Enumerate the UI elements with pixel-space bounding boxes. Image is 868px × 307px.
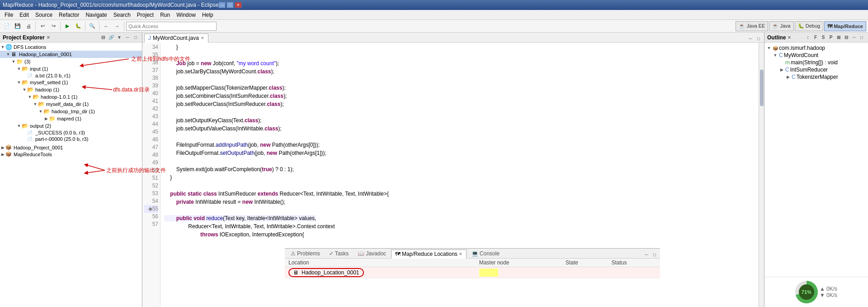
tab-mapreduce-locations[interactable]: 🗺 Map/Reduce Locations ✕ bbox=[391, 249, 467, 259]
tree-item-success[interactable]: 📄 _SUCCESS (0.0 b, r3) bbox=[0, 130, 142, 136]
maximize-button[interactable]: □ bbox=[226, 2, 234, 8]
toggle-icon: ▶ bbox=[0, 145, 5, 150]
perspective-mapreduce[interactable]: 🗺 Map/Reduce bbox=[824, 21, 866, 31]
project-icon: 📦 bbox=[5, 144, 13, 150]
line-num: 46 bbox=[144, 136, 158, 144]
line-num: 43 bbox=[144, 113, 158, 120]
close-button[interactable]: ✕ bbox=[235, 2, 242, 8]
view-menu-button[interactable]: ▼ bbox=[116, 34, 123, 41]
collapse-all-button[interactable]: ⊟ bbox=[99, 34, 107, 41]
outline-maximize-button[interactable]: □ bbox=[858, 34, 865, 41]
tab-tasks[interactable]: ✓ Tasks bbox=[325, 249, 353, 258]
outline-item-tokenizermapper[interactable]: ▶ C TokenizerMapper bbox=[765, 73, 867, 81]
tab-problems[interactable]: ⚠ Problems bbox=[287, 249, 324, 258]
menu-refactor[interactable]: Refactor bbox=[56, 11, 82, 19]
menu-window[interactable]: Window bbox=[174, 11, 198, 19]
back-button[interactable]: ← bbox=[101, 21, 111, 31]
redo-button[interactable]: ↪ bbox=[48, 21, 58, 31]
menu-file[interactable]: File bbox=[2, 11, 16, 19]
outline-item-mywordcount[interactable]: ▼ C MyWordCount bbox=[765, 52, 867, 59]
new-button[interactable]: 📄 bbox=[2, 21, 12, 31]
undo-button[interactable]: ↩ bbox=[38, 21, 47, 31]
tree-item-atxt[interactable]: 📄 a.txt (21.0 b, r1) bbox=[0, 72, 142, 79]
tree-item-output[interactable]: ▼ 📂 output (2) bbox=[0, 122, 142, 130]
separator-2 bbox=[60, 22, 61, 31]
tree-item-myself-setted[interactable]: ▼ 📂 myself_setted (1) bbox=[0, 79, 142, 86]
project-explorer-panel: Project Explorer ✕ ⊟ 🔗 ▼ ─ □ ▼ 🌐 DFS Loc… bbox=[0, 33, 142, 307]
tree-label: output (2) bbox=[30, 123, 51, 129]
folder-icon: 📂 bbox=[22, 123, 29, 129]
tree-label: hadoop (1) bbox=[35, 87, 59, 92]
hide-fields-button[interactable]: F bbox=[812, 34, 819, 41]
folder-icon: 📂 bbox=[33, 94, 40, 100]
menu-navigate[interactable]: Navigate bbox=[83, 11, 109, 19]
tree-item-part[interactable]: 📄 part-r-00000 (25.0 b, r3) bbox=[0, 136, 142, 142]
outline-label: IntSumReducer bbox=[790, 67, 828, 73]
tab-close-icon[interactable]: ✕ bbox=[459, 252, 462, 256]
tree-item-hadoop-project[interactable]: ▶ 📦 Hadoop_Project_0001 bbox=[0, 144, 142, 151]
menu-search[interactable]: Search bbox=[111, 11, 133, 19]
tree-item-hadoop[interactable]: ▼ 📂 hadoop (1) bbox=[0, 86, 142, 93]
minimize-editor-button[interactable]: ─ bbox=[747, 35, 754, 42]
expand-all-button[interactable]: ⊞ bbox=[835, 34, 842, 41]
menu-project[interactable]: Project bbox=[134, 11, 156, 19]
outline-minimize-button[interactable]: ─ bbox=[850, 34, 858, 41]
title-bar-controls: ─ □ ✕ bbox=[218, 2, 242, 8]
editor-scrollbar[interactable] bbox=[759, 43, 764, 307]
tree-item-hadoop-location[interactable]: ▼ 🖥 Hadoop_Location_0001 bbox=[0, 51, 142, 58]
debug-button[interactable]: 🐛 bbox=[73, 21, 83, 31]
main-layout: Project Explorer ✕ ⊟ 🔗 ▼ ─ □ ▼ 🌐 DFS Loc… bbox=[0, 33, 868, 307]
tree-item-input[interactable]: ▼ 📂 input (1) bbox=[0, 65, 142, 72]
outline-item-package[interactable]: ▼ 📦 com.ismurf.hadoop bbox=[765, 44, 867, 52]
project-tree: ▼ 🌐 DFS Locations ▼ 🖥 Hadoop_Location_00… bbox=[0, 43, 142, 307]
menu-help[interactable]: Help bbox=[199, 11, 216, 19]
tab-javadoc[interactable]: 📖 Javadoc bbox=[354, 249, 390, 258]
tree-item-myself-data-dir[interactable]: ▼ 📂 myself_data_dir (1) bbox=[0, 101, 142, 108]
tree-label: _SUCCESS (0.0 b, r3) bbox=[35, 130, 85, 135]
bottom-minimize-button[interactable]: ─ bbox=[643, 251, 650, 258]
hide-nonpublic-button[interactable]: P bbox=[827, 34, 835, 41]
tree-item-mapreduce-tools[interactable]: ▶ 📦 MapReduceTools bbox=[0, 151, 142, 158]
tab-icon: J bbox=[148, 35, 151, 41]
tree-item-hadoop101[interactable]: ▼ 📂 hadoop-1.0.1 (1) bbox=[0, 93, 142, 101]
search-button[interactable]: 🔍 bbox=[87, 21, 97, 31]
menu-run[interactable]: Run bbox=[157, 11, 173, 19]
minimize-panel-button[interactable]: ─ bbox=[124, 34, 131, 41]
separator-4 bbox=[99, 22, 99, 31]
tree-item-3[interactable]: ▼ 📁 (3) bbox=[0, 58, 142, 65]
folder-icon: 📂 bbox=[22, 79, 29, 86]
perspective-javaee[interactable]: ☕ Java EE bbox=[736, 21, 768, 31]
folder-icon: 📁 bbox=[49, 115, 56, 122]
tree-item-dfs-locations[interactable]: ▼ 🌐 DFS Locations bbox=[0, 43, 142, 51]
outline-item-main[interactable]: m main(String[]) : void bbox=[765, 59, 867, 66]
run-button[interactable]: ▶ bbox=[62, 21, 72, 31]
tab-mywordcount[interactable]: J MyWordCount.java ✕ bbox=[144, 34, 208, 43]
table-row[interactable]: 🖥 Hadoop_Location_0001 bbox=[285, 267, 660, 278]
minimize-button[interactable]: ─ bbox=[218, 2, 226, 8]
maximize-editor-button[interactable]: □ bbox=[755, 35, 762, 42]
collapse-all-button[interactable]: ⊟ bbox=[843, 34, 850, 41]
forward-button[interactable]: → bbox=[112, 21, 122, 31]
menu-source[interactable]: Source bbox=[33, 11, 55, 19]
line-num: 38 bbox=[144, 74, 158, 82]
save-button[interactable]: 💾 bbox=[13, 21, 23, 31]
tab-label: Console bbox=[480, 250, 500, 257]
perspective-java[interactable]: ☕ Java bbox=[769, 21, 793, 31]
link-editor-button[interactable]: 🔗 bbox=[108, 34, 115, 41]
javadoc-icon: 📖 bbox=[358, 250, 364, 257]
print-button[interactable]: 🖨 bbox=[24, 21, 33, 31]
outline-item-intsumreducer[interactable]: ▶ C IntSumReducer bbox=[765, 66, 867, 73]
tree-item-mapred[interactable]: ▶ 📁 mapred (1) bbox=[0, 115, 142, 122]
menu-edit[interactable]: Edit bbox=[17, 11, 32, 19]
class-icon: C bbox=[792, 74, 796, 80]
scroll-thumb[interactable] bbox=[760, 70, 764, 106]
tab-close-icon[interactable]: ✕ bbox=[201, 36, 204, 40]
quick-access-input[interactable] bbox=[126, 22, 217, 31]
maximize-panel-button[interactable]: □ bbox=[132, 34, 139, 41]
perspective-debug[interactable]: 🐛 Debug bbox=[795, 21, 823, 31]
hide-static-button[interactable]: S bbox=[820, 34, 827, 41]
sort-button[interactable]: ↕ bbox=[804, 34, 811, 41]
tree-item-hadoop-tmp-dir[interactable]: ▼ 📂 hadoop_tmp_dir (1) bbox=[0, 108, 142, 115]
bottom-maximize-button[interactable]: □ bbox=[651, 251, 658, 258]
tab-console[interactable]: 💻 Console bbox=[467, 249, 504, 258]
